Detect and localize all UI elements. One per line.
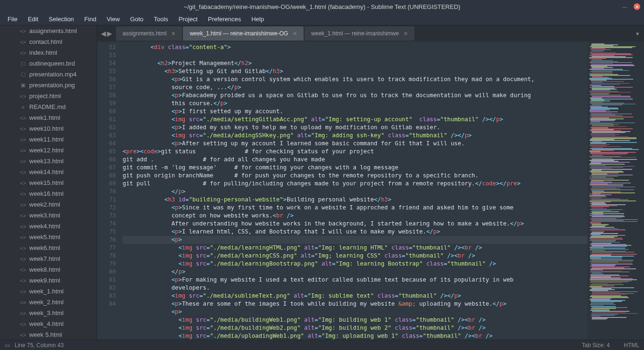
file-row[interactable]: ▣presentation.png xyxy=(0,80,97,91)
file-icon: <> xyxy=(20,256,26,262)
file-row[interactable]: <>week6.html xyxy=(0,242,97,253)
file-row[interactable]: ▢outlinequeen.brd xyxy=(0,58,97,69)
file-row[interactable]: ▢presentation.mp4 xyxy=(0,69,97,80)
file-icon: <> xyxy=(20,158,26,164)
file-name: week_1.html xyxy=(29,288,64,295)
file-row[interactable]: <>week5.html xyxy=(0,232,97,242)
minimap[interactable] xyxy=(587,42,644,340)
file-icon: <> xyxy=(20,39,26,45)
file-row[interactable]: <>week13.html xyxy=(0,156,97,167)
menu-project[interactable]: Project xyxy=(174,14,202,24)
file-name: README.md xyxy=(29,103,66,110)
file-row[interactable]: <>week12.html xyxy=(0,145,97,156)
file-row[interactable]: <>week_3.html xyxy=(0,308,97,318)
file-name: week 5.html xyxy=(29,331,62,338)
menu-tools[interactable]: Tools xyxy=(149,14,173,24)
tab-close-icon[interactable]: ✕ xyxy=(404,31,408,37)
file-name: outlinequeen.brd xyxy=(29,60,75,67)
sidebar[interactable]: <>assignments.html<>contact.html<>index.… xyxy=(0,25,97,340)
file-icon: ≡ xyxy=(20,104,26,110)
panel-icon[interactable]: ▭ xyxy=(5,342,10,349)
file-row[interactable]: ≡README.md xyxy=(0,101,97,112)
tab[interactable]: assignments.html✕ xyxy=(116,26,182,41)
file-row[interactable]: <>week4.html xyxy=(0,221,97,232)
file-row[interactable]: <>week 5.html xyxy=(0,329,97,340)
file-row[interactable]: <>week10.html xyxy=(0,123,97,134)
menu-edit[interactable]: Edit xyxy=(23,14,43,24)
file-icon: <> xyxy=(20,93,26,99)
file-name: week8.html xyxy=(29,266,60,273)
file-name: week11.html xyxy=(29,136,64,143)
file-row[interactable]: <>index.html xyxy=(0,47,97,58)
file-name: week5.html xyxy=(29,233,60,241)
window-title: ~/git_fabacademy/reine-imanishwe-OG/week… xyxy=(184,3,461,10)
file-icon: ▣ xyxy=(20,82,26,88)
file-icon: <> xyxy=(20,289,26,294)
file-icon: <> xyxy=(20,278,26,283)
code-editor[interactable]: <div class="content-a"> <h2>Project Mana… xyxy=(123,42,587,340)
tab-close-icon[interactable]: ✕ xyxy=(171,31,175,37)
menu-view[interactable]: View xyxy=(102,14,124,24)
file-icon: <> xyxy=(20,191,26,197)
file-row[interactable]: <>week_2.html xyxy=(0,297,97,308)
file-row[interactable]: <>week16.html xyxy=(0,188,97,199)
nav-forward-icon[interactable]: ▶ xyxy=(107,30,112,37)
file-icon: <> xyxy=(20,310,26,316)
file-row[interactable]: <>week7.html xyxy=(0,253,97,264)
file-row[interactable]: <>week8.html xyxy=(0,264,97,275)
nav-back-icon[interactable]: ◀ xyxy=(101,30,106,37)
menu-find[interactable]: Find xyxy=(80,14,101,24)
menu-preferences[interactable]: Preferences xyxy=(203,14,246,24)
file-icon: <> xyxy=(20,137,26,142)
tab-label: assignments.html xyxy=(123,30,166,37)
file-name: week7.html xyxy=(29,255,60,262)
menu-help[interactable]: Help xyxy=(247,14,269,24)
file-name: index.html xyxy=(29,49,57,56)
tab[interactable]: week_1.html — reine-imanishimwe-OG✕ xyxy=(183,26,304,41)
file-row[interactable]: <>week_4.html xyxy=(0,318,97,329)
file-icon: <> xyxy=(20,169,26,175)
file-name: presentation.mp4 xyxy=(29,71,76,78)
file-icon: <> xyxy=(20,224,26,229)
file-row[interactable]: <>assignments.html xyxy=(0,25,97,36)
file-row[interactable]: <>week3.html xyxy=(0,210,97,221)
file-row[interactable]: <>week14.html xyxy=(0,167,97,177)
menu-selection[interactable]: Selection xyxy=(44,14,78,24)
file-row[interactable]: <>project.html xyxy=(0,91,97,101)
file-icon: <> xyxy=(20,202,26,208)
file-icon: <> xyxy=(20,28,26,34)
file-name: week2.html xyxy=(29,201,60,208)
file-name: week6.html xyxy=(29,244,60,251)
file-icon: <> xyxy=(20,115,26,121)
minimize-button[interactable]: — xyxy=(621,3,628,10)
menubar: FileEditSelectionFindViewGotoToolsProjec… xyxy=(0,13,644,25)
file-row[interactable]: <>week15.html xyxy=(0,177,97,188)
file-row[interactable]: <>week11.html xyxy=(0,134,97,145)
file-icon: <> xyxy=(20,50,26,56)
file-name: week3.html xyxy=(29,212,60,219)
file-name: week1.html xyxy=(29,114,60,121)
file-row[interactable]: <>week2.html xyxy=(0,199,97,210)
titlebar: ~/git_fabacademy/reine-imanishwe-OG/week… xyxy=(0,0,644,13)
language-mode[interactable]: HTML xyxy=(624,342,639,349)
tab-menu-icon[interactable]: ▾ xyxy=(636,30,639,37)
file-row[interactable]: <>week9.html xyxy=(0,275,97,286)
file-icon: <> xyxy=(20,234,26,240)
menu-goto[interactable]: Goto xyxy=(125,14,148,24)
file-name: week_3.html xyxy=(29,309,64,317)
file-name: assignments.html xyxy=(29,27,77,34)
tab-label: week_1.html — reine-imanishimwe-OG xyxy=(190,30,288,37)
file-icon: <> xyxy=(20,267,26,273)
tab-size[interactable]: Tab Size: 4 xyxy=(582,342,610,349)
tab[interactable]: week_1.html — reine-imanishimwe✕ xyxy=(305,26,414,41)
cursor-position: Line 75, Column 43 xyxy=(15,342,64,349)
close-button[interactable]: ✕ xyxy=(634,3,640,10)
file-row[interactable]: <>week_1.html xyxy=(0,286,97,297)
file-name: week12.html xyxy=(29,147,64,154)
tab-close-icon[interactable]: ✕ xyxy=(293,31,297,37)
tabbar: ◀ ▶ assignments.html✕week_1.html — reine… xyxy=(97,25,644,42)
file-icon: <> xyxy=(20,213,26,218)
menu-file[interactable]: File xyxy=(3,14,22,24)
file-row[interactable]: <>week1.html xyxy=(0,112,97,123)
file-row[interactable]: <>contact.html xyxy=(0,36,97,47)
